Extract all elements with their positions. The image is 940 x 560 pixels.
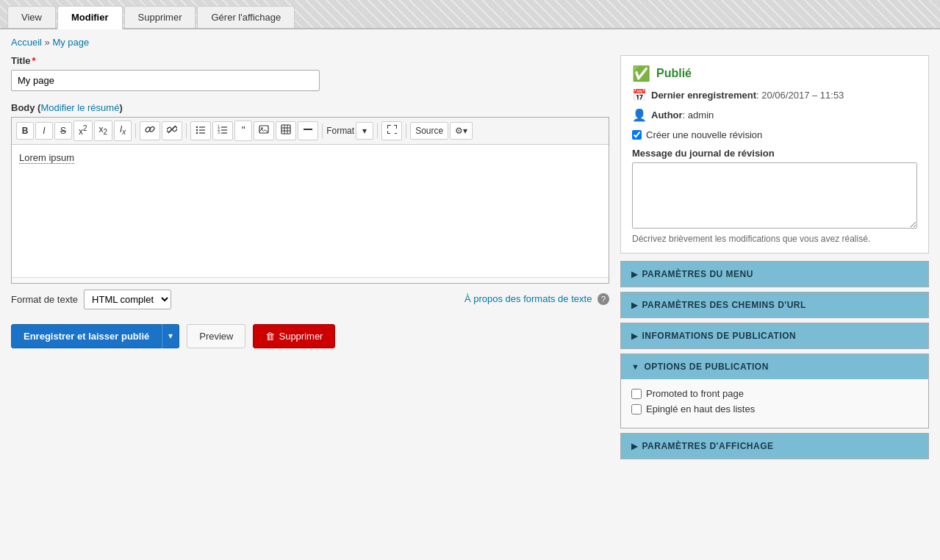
preview-button[interactable]: Preview	[187, 324, 245, 348]
accordion-url-arrow: ▶	[631, 301, 638, 310]
status-box: ✅ Publié 📅 Dernier enregistrement: 20/06…	[620, 55, 929, 254]
published-label: Publié	[656, 67, 692, 80]
svg-text:3.: 3.	[218, 130, 220, 134]
accordion-options-arrow: ▼	[631, 362, 639, 371]
revision-message-textarea[interactable]	[632, 162, 917, 229]
hr-button[interactable]	[298, 121, 318, 141]
settings-button[interactable]: ⚙▾	[450, 122, 473, 140]
author-label: Author: admin	[651, 110, 714, 121]
revision-checkbox-label: Créer une nouvelle révision	[646, 129, 762, 140]
svg-rect-15	[281, 125, 290, 134]
toolbar-separator-5	[406, 123, 406, 138]
accordion-url-label: PARAMÈTRES DES CHEMINS D'URL	[642, 300, 806, 310]
svg-point-5	[196, 132, 198, 133]
breadcrumb: Accueil » My page	[0, 29, 940, 55]
help-icon[interactable]: ?	[598, 293, 609, 305]
toolbar-separator-4	[377, 123, 378, 138]
toolbar-separator-3	[322, 123, 323, 138]
format-de-texte-label: Format de texte	[11, 294, 78, 305]
svg-point-1	[196, 126, 198, 127]
toolbar-separator-1	[135, 123, 136, 138]
ordered-list-button[interactable]: 1.2.3.	[212, 121, 233, 141]
editor-container: B I S x2 x2 Ix 1.2.3.	[11, 117, 609, 284]
accordion-url: ▶ PARAMÈTRES DES CHEMINS D'URL	[620, 292, 929, 318]
save-button-group: Enregistrer et laisser publié ▾	[11, 324, 179, 348]
superscript-button[interactable]: x2	[73, 121, 93, 141]
right-sidebar: ✅ Publié 📅 Dernier enregistrement: 20/06…	[620, 55, 929, 464]
svg-point-3	[196, 129, 198, 130]
format-label: Format	[326, 126, 354, 136]
remove-format-button[interactable]: Ix	[114, 121, 132, 140]
svg-point-14	[261, 127, 262, 129]
editor-toolbar: B I S x2 x2 Ix 1.2.3.	[12, 118, 609, 145]
accordion-affichage-arrow: ▶	[631, 442, 638, 451]
source-button[interactable]: Source	[410, 122, 448, 140]
pinned-row: Epinglé en haut des listes	[631, 403, 918, 414]
accordion-options: ▼ OPTIONS DE PUBLICATION Promoted to fro…	[620, 353, 929, 428]
tab-gerer[interactable]: Gérer l'affichage	[197, 6, 295, 28]
accordion-options-label: OPTIONS DE PUBLICATION	[644, 362, 768, 372]
delete-button[interactable]: 🗑 Supprimer	[253, 324, 335, 348]
accordion-publication: ▶ INFORMATIONS DE PUBLICATION	[620, 323, 929, 349]
title-input[interactable]	[11, 70, 320, 91]
italic-button[interactable]: I	[35, 122, 53, 140]
promoted-row: Promoted to front page	[631, 388, 918, 399]
image-button[interactable]	[254, 121, 274, 141]
accordion-menu-label: PARAMÈTRES DU MENU	[642, 269, 753, 279]
tab-supprimer[interactable]: Supprimer	[124, 6, 196, 28]
promoted-checkbox[interactable]	[631, 389, 642, 399]
tab-view[interactable]: View	[7, 6, 56, 28]
breadcrumb-page[interactable]: My page	[52, 37, 89, 48]
unordered-list-button[interactable]	[190, 121, 211, 141]
expand-button[interactable]	[381, 121, 402, 141]
blockquote-button[interactable]: "	[234, 121, 252, 141]
status-row: ✅ Publié	[632, 65, 917, 82]
save-button[interactable]: Enregistrer et laisser publié	[11, 324, 162, 348]
pinned-label: Epinglé en haut des listes	[646, 403, 755, 414]
toolbar-separator-2	[186, 123, 187, 138]
bold-button[interactable]: B	[16, 122, 34, 140]
accordion-affichage: ▶ PARAMÈTRES D'AFFICHAGE	[620, 433, 929, 459]
author-row: 👤 Author: admin	[632, 108, 917, 122]
accordion-affichage-label: PARAMÈTRES D'AFFICHAGE	[642, 441, 774, 451]
modifier-resume-link[interactable]: Modifier le résumé	[40, 102, 119, 113]
editor-resize-handle[interactable]	[12, 277, 609, 283]
editor-content: Lorem ipsum	[19, 152, 74, 164]
left-content: Title* Body (Modifier le résumé) B I S x…	[11, 55, 609, 464]
promoted-label: Promoted to front page	[646, 388, 744, 399]
trash-icon: 🗑	[265, 331, 275, 342]
tab-modifier[interactable]: Modifier	[57, 6, 123, 29]
format-dropdown-group: Format ▾	[326, 122, 373, 140]
revision-checkbox-row: Créer une nouvelle révision	[632, 129, 917, 140]
accordion-publication-header[interactable]: ▶ INFORMATIONS DE PUBLICATION	[621, 323, 928, 348]
accordion-menu-header[interactable]: ▶ PARAMÈTRES DU MENU	[621, 262, 928, 287]
about-formats-link[interactable]: À propos des formats de texte	[464, 293, 592, 304]
last-saved-row: 📅 Dernier enregistrement: 20/06/2017 – 1…	[632, 88, 917, 102]
calendar-icon: 📅	[632, 88, 647, 102]
subscript-button[interactable]: x2	[94, 121, 113, 140]
table-button[interactable]	[276, 121, 296, 141]
format-dropdown-btn[interactable]: ▾	[356, 122, 373, 140]
accordion-publication-label: INFORMATIONS DE PUBLICATION	[642, 331, 797, 341]
save-dropdown-button[interactable]: ▾	[162, 324, 179, 348]
format-bar: Format de texte HTML complet Texte simpl…	[11, 290, 609, 309]
revision-message-section: Message du journal de révision Décrivez …	[632, 148, 917, 244]
unlink-button[interactable]	[162, 121, 182, 141]
accordion-options-content: Promoted to front page Epinglé en haut d…	[621, 379, 928, 428]
accordion-url-header[interactable]: ▶ PARAMÈTRES DES CHEMINS D'URL	[621, 292, 928, 317]
breadcrumb-home[interactable]: Accueil	[11, 37, 42, 48]
format-bar-left: Format de texte HTML complet Texte simpl…	[11, 290, 171, 309]
editor-body[interactable]: Lorem ipsum	[12, 145, 609, 277]
accordion-options-header[interactable]: ▼ OPTIONS DE PUBLICATION	[621, 354, 928, 379]
strikethrough-button[interactable]: S	[54, 122, 72, 140]
svg-line-0	[168, 126, 176, 133]
format-select[interactable]: HTML complet Texte simple PHP	[84, 290, 171, 309]
published-icon: ✅	[632, 65, 650, 82]
body-label: Body (Modifier le résumé)	[11, 102, 609, 113]
link-button[interactable]	[140, 121, 160, 141]
pinned-checkbox[interactable]	[631, 404, 642, 414]
author-icon: 👤	[632, 108, 647, 122]
revision-checkbox[interactable]	[632, 130, 642, 140]
accordion-menu-arrow: ▶	[631, 270, 638, 279]
accordion-affichage-header[interactable]: ▶ PARAMÈTRES D'AFFICHAGE	[621, 434, 928, 459]
